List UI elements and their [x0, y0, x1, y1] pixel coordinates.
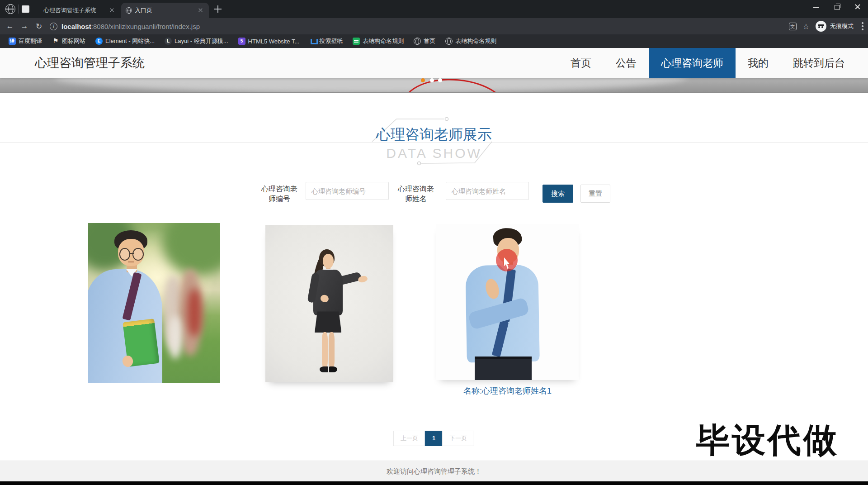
forward-icon[interactable]: →: [17, 22, 32, 31]
minimize-button[interactable]: [806, 0, 826, 14]
bookmark-item[interactable]: 表结构命名规则: [349, 36, 408, 47]
layui-icon: L: [165, 38, 172, 45]
close-window-button[interactable]: [847, 0, 868, 14]
teacher-name-input[interactable]: [446, 182, 529, 200]
glasses-lens: [119, 248, 131, 261]
nav-item-notice[interactable]: 公告: [604, 48, 649, 78]
incognito-badge: 无痕模式: [816, 21, 854, 32]
nav-item-teachers[interactable]: 心理咨询老师: [649, 48, 736, 78]
tab-entry-page[interactable]: 入口页: [121, 3, 209, 18]
url-host: localhost: [61, 23, 91, 30]
window-controls: [806, 0, 868, 14]
bookmark-label: 表结构命名规则: [455, 37, 496, 45]
section-subtitle: DATA SHOW: [0, 146, 868, 161]
new-tab-button[interactable]: [214, 5, 222, 13]
url-path: :8080/xinlizixunguanli/front/index.jsp: [91, 23, 200, 30]
teacher-photo-2[interactable]: [265, 225, 393, 382]
teacher-caption: 名称:心理咨询老师姓名1: [436, 385, 579, 396]
flag-icon: ⚑: [52, 38, 59, 45]
site-title: 心理咨询管理子系统: [35, 48, 145, 78]
video-watermark: 毕设代做: [696, 418, 839, 463]
glasses-lens: [132, 248, 144, 261]
search-button[interactable]: 搜索: [542, 185, 573, 203]
section-title: 心理咨询老师展示: [0, 125, 868, 145]
bookmarks-bar: 译百度翻译 ⚑图标网站 EElement - 网站快... LLayui - 经…: [0, 34, 868, 48]
blurred-person: [187, 289, 202, 337]
carousel-dot[interactable]: [430, 78, 434, 82]
site-header: 心理咨询管理子系统 首页 公告 心理咨询老师 我的 跳转到后台: [0, 48, 868, 78]
teacher-photo-3[interactable]: 摄图网: [436, 224, 579, 380]
woman-skirt: [315, 311, 341, 333]
globe-icon: [414, 38, 421, 45]
bookmark-label: 表结构命名规则: [363, 37, 404, 45]
man-smile: [128, 262, 135, 262]
tab-title: 心理咨询管理子系统: [41, 6, 108, 14]
woman-leg: [322, 332, 328, 368]
page-1-button[interactable]: 1: [425, 431, 443, 446]
nav-item-backend[interactable]: 跳转到后台: [781, 48, 857, 78]
man-pants: [475, 357, 532, 380]
divider: [18, 5, 19, 14]
tab-title: 入口页: [132, 6, 197, 14]
bookmark-star-icon[interactable]: ☆: [803, 22, 809, 31]
main-nav: 首页 公告 心理咨询老师 我的 跳转到后台: [558, 48, 857, 78]
bookmark-label: Element - 网站快...: [105, 37, 155, 45]
browser-logo-icon: [5, 4, 15, 14]
bookmark-label: HTML5 Website T...: [248, 38, 300, 45]
carousel-dot-active[interactable]: [421, 78, 425, 82]
click-highlight-circle: [496, 249, 518, 271]
carousel-strip: [0, 78, 868, 93]
globe-icon: [445, 38, 453, 45]
woman-face: [323, 254, 334, 268]
bookmark-item[interactable]: ⚑图标网站: [48, 36, 90, 47]
pagination: 上一页 1 下一页: [394, 431, 474, 446]
bookmark-item[interactable]: LLayui - 经典开源模...: [160, 36, 232, 47]
bookmark-item[interactable]: 译百度翻译: [5, 36, 46, 47]
bookmark-item[interactable]: EElement - 网站快...: [91, 36, 159, 47]
tab-strip: 心理咨询管理子系统 入口页: [0, 0, 868, 18]
blurred-person: [169, 316, 182, 359]
bookmark-label: 搜索壁纸: [319, 37, 343, 45]
page-footer: 欢迎访问心理咨询管理子系统！: [0, 461, 868, 481]
nav-item-mine[interactable]: 我的: [736, 48, 781, 78]
html5-icon: 5: [238, 38, 245, 45]
site-info-icon[interactable]: i: [50, 23, 57, 30]
next-page-button[interactable]: 下一页: [442, 431, 474, 446]
bookmark-label: 首页: [424, 37, 435, 45]
globe-favicon-icon: [126, 7, 132, 14]
carousel-dot[interactable]: [438, 78, 442, 82]
prev-page-button[interactable]: 上一页: [393, 431, 425, 446]
window-preview-icon: [22, 5, 29, 13]
translate-icon[interactable]: 文: [789, 23, 797, 30]
bookmark-item[interactable]: 搜索壁纸: [305, 36, 347, 47]
unsplash-icon: [309, 38, 316, 45]
bookmark-label: 百度翻译: [19, 37, 42, 45]
bookmark-item[interactable]: 表结构命名规则: [441, 36, 500, 47]
incognito-label: 无痕模式: [830, 22, 854, 30]
bookmark-item[interactable]: 首页: [410, 36, 439, 47]
nav-item-home[interactable]: 首页: [558, 48, 604, 78]
tab-close-icon[interactable]: [197, 7, 204, 14]
tab-close-icon[interactable]: [108, 7, 116, 14]
incognito-icon: [816, 21, 826, 32]
woman-leg: [329, 332, 335, 368]
teacher-photo-1[interactable]: [88, 223, 220, 383]
teacher-name-label: 心理咨询老师姓名: [396, 184, 436, 204]
back-icon[interactable]: ←: [3, 22, 17, 31]
baidu-translate-icon: 译: [9, 38, 16, 45]
teacher-id-input[interactable]: [306, 182, 389, 200]
browser-window: 心理咨询管理子系统 入口页 ← → ↻ i localhost:8080/xin…: [0, 0, 868, 485]
bottom-black-bar: [0, 481, 868, 485]
tab-xinli-system[interactable]: 心理咨询管理子系统: [36, 3, 120, 18]
bookmark-item[interactable]: 5HTML5 Website T...: [234, 36, 304, 46]
element-icon: E: [95, 38, 103, 45]
browser-menu-icon[interactable]: [862, 22, 863, 30]
green-table-icon: [353, 38, 360, 45]
carousel-highlight: [54, 78, 687, 93]
reset-button[interactable]: 重置: [580, 185, 610, 203]
woman-shoe: [320, 366, 328, 372]
restore-button[interactable]: [826, 0, 847, 14]
bookmark-label: Layui - 经典开源模...: [175, 37, 228, 45]
refresh-icon[interactable]: ↻: [32, 22, 46, 31]
address-field[interactable]: i localhost:8080/xinlizixunguanli/front/…: [50, 23, 200, 30]
